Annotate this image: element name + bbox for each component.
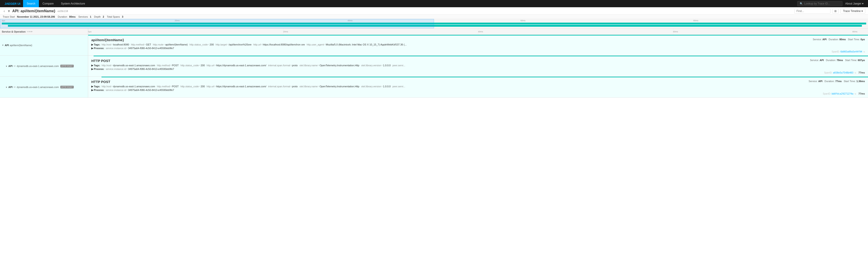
span-1-tags: ▶ Tags: http.host=localhost:8080 http.me… bbox=[91, 43, 865, 46]
span-1-service: API bbox=[5, 44, 9, 47]
about-menu[interactable]: About Jaeger ▾ bbox=[842, 2, 866, 5]
span-3-expand-btn[interactable]: ▾ bbox=[5, 86, 7, 88]
span-2-process: ▶ Process: service.instance.id=34975a64-… bbox=[91, 68, 865, 70]
collapse-icon[interactable]: ▾ bbox=[8, 8, 10, 13]
expand-icon[interactable]: › bbox=[28, 30, 29, 33]
span-3-process: ▶ Process: service.instance.id=34975a64-… bbox=[91, 89, 865, 92]
services-label: Services bbox=[78, 16, 88, 18]
span-2-expand-btn[interactable]: ▾ bbox=[5, 65, 7, 67]
nav-search-tab[interactable]: Search bbox=[23, 0, 39, 7]
span-3-method: HTTP POST bbox=[60, 86, 73, 88]
span-1-meta: Service: API Duration: 80ms Start Time: … bbox=[813, 38, 865, 41]
nav-compare-tab[interactable]: Compare bbox=[39, 0, 57, 7]
minimap-tick-4: 80ms bbox=[693, 20, 866, 22]
service-col-label: Service & Operation bbox=[2, 30, 26, 33]
collapse-all-deep-icon[interactable]: » bbox=[31, 30, 32, 33]
expand-all-icon[interactable]: « bbox=[29, 30, 31, 33]
span-3-detail: HTTP POST Service: API Duration: 77ms St… bbox=[88, 77, 868, 97]
depth-value: 2 bbox=[103, 16, 104, 18]
spans-label: Total Spans bbox=[107, 16, 120, 18]
trace-metadata: Trace Start November 11 2021, 23:09:58.2… bbox=[0, 15, 868, 19]
span-1-expand-btn[interactable]: ▾ bbox=[2, 44, 4, 46]
span-row-1: ▾ API api/item/{itemName} api/item/{item… bbox=[0, 35, 868, 56]
span-2-id-row: SpanID: a038e5a7548b403 ⧉ 77ms bbox=[91, 71, 865, 74]
span-2-tags: ▶ Tags: http.host=dynamodb.us-east-1.ama… bbox=[91, 64, 865, 67]
column-header: Service & Operation ‹ › « » 0μs 20ms 40m… bbox=[0, 29, 868, 35]
tick-1: 20ms bbox=[283, 31, 288, 33]
duration-label: Duration bbox=[58, 16, 67, 18]
minimap-tick-3: 60ms bbox=[520, 20, 693, 22]
spans-value: 3 bbox=[122, 16, 123, 18]
span-2-op-title: HTTP POST bbox=[91, 59, 110, 63]
span-2-method: HTTP POST bbox=[60, 65, 73, 67]
span-1-op: api/item/{itemName} bbox=[10, 44, 32, 47]
span-3-label[interactable]: ▾ API ⮕ dynamodb.us-east-1.amazonaws.com… bbox=[0, 77, 88, 97]
span-3-service: API bbox=[8, 86, 12, 88]
copy-span-2-icon[interactable]: ⧉ bbox=[855, 72, 856, 74]
span-3-id: bb8fdca29271274a bbox=[832, 92, 853, 95]
services-value: 1 bbox=[90, 16, 91, 18]
trace-lookup-input[interactable]: 🔍 bbox=[797, 1, 842, 6]
copy-span-3-icon[interactable]: ⧉ bbox=[855, 93, 856, 95]
tick-4: 80ms bbox=[852, 31, 857, 33]
brand-logo: JAEGER UI bbox=[2, 0, 23, 7]
span-2-arrow: ⮕ bbox=[13, 65, 16, 67]
trace-title: API: api/item/{itemName} bbox=[12, 9, 55, 13]
grid-icon-button[interactable]: ⊞ bbox=[832, 8, 839, 13]
span-1-id: 6b003a09a5e44f94 bbox=[840, 51, 862, 53]
span-2-duration-end: 77ms bbox=[859, 71, 865, 74]
span-1-label[interactable]: ▾ API api/item/{itemName} bbox=[0, 35, 88, 55]
trace-id-input[interactable] bbox=[804, 2, 840, 5]
span-2-label[interactable]: ▾ API ⮕ dynamodb.us-east-1.amazonaws.com… bbox=[0, 56, 88, 77]
span-1-detail: api/item/{itemName} Service: API Duratio… bbox=[88, 35, 868, 55]
span-2-detail: HTTP POST Service: API Duration: 79ms St… bbox=[88, 56, 868, 77]
span-2-meta: Service: API Duration: 79ms Start Time: … bbox=[810, 59, 865, 61]
span-3-op-title: HTTP POST bbox=[91, 80, 110, 84]
span-2-dest: dynamodb.us-east-1.amazonaws.com bbox=[17, 65, 59, 67]
span-3-dest: dynamodb.us-east-1.amazonaws.com bbox=[17, 86, 59, 88]
span-3-arrow: ⮕ bbox=[13, 86, 16, 88]
span-3-duration-end: 77ms bbox=[859, 92, 865, 95]
depth-label: Depth bbox=[94, 16, 101, 18]
back-button[interactable]: ‹ bbox=[3, 9, 6, 13]
span-1-op-title: api/item/{itemName} bbox=[91, 38, 124, 42]
span-3-tags: ▶ Tags: http.host=dynamodb.us-east-1.ama… bbox=[91, 85, 865, 88]
tick-3: 60ms bbox=[673, 31, 678, 33]
span-1-process: ▶ Process: service.instance.id=34975a64-… bbox=[91, 47, 865, 50]
tick-0: 0μs bbox=[88, 31, 92, 33]
timeline-header: 0μs 20ms 40ms 60ms 80ms bbox=[88, 29, 868, 35]
span-1-id-row: SpanID: 6b003a09a5e44f94 ⧉ bbox=[91, 51, 865, 53]
duration-value: 80ms bbox=[69, 16, 75, 18]
span-3-meta: Service: API Duration: 77ms Start Time: … bbox=[809, 80, 865, 83]
span-2-id: a038e5a7548b403 bbox=[833, 71, 853, 74]
minimap: 0μs 20ms 40ms 60ms 80ms bbox=[0, 19, 868, 29]
timeline-mode-button[interactable]: Trace Timeline ▾ bbox=[840, 8, 865, 13]
span-2-service: API bbox=[8, 65, 12, 67]
nav-architecture-tab[interactable]: System Architecture bbox=[57, 0, 89, 7]
span-3-id-row: SpanID: bb8fdca29271274a ⧉ 77ms bbox=[91, 92, 865, 95]
copy-span-1-icon[interactable]: ⧉ bbox=[864, 51, 865, 53]
find-input[interactable] bbox=[794, 8, 831, 13]
collapse-all-icon[interactable]: ‹ bbox=[27, 30, 28, 33]
trace-id: ed3b110 bbox=[58, 10, 68, 13]
trace-start-value: November 11 2021, 23:09:58.206 bbox=[17, 16, 55, 18]
trace-rows: ▾ API api/item/{itemName} api/item/{item… bbox=[0, 35, 868, 98]
service-column-header: Service & Operation ‹ › « » bbox=[0, 29, 88, 35]
search-icon: 🔍 bbox=[800, 2, 803, 5]
span-row-2: ▾ API ⮕ dynamodb.us-east-1.amazonaws.com… bbox=[0, 56, 868, 77]
tick-2: 40ms bbox=[478, 31, 483, 33]
trace-start-label: Trace Start bbox=[3, 16, 15, 18]
span-row-3: ▾ API ⮕ dynamodb.us-east-1.amazonaws.com… bbox=[0, 77, 868, 98]
